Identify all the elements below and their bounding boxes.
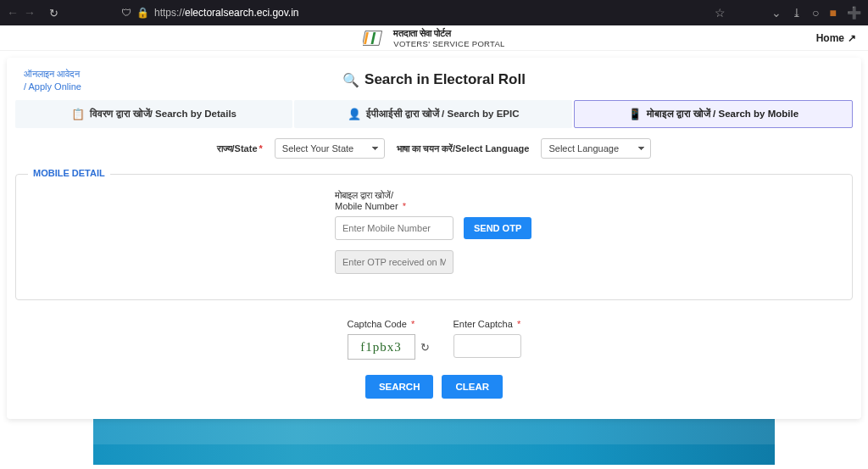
clear-button[interactable]: CLEAR (442, 375, 503, 399)
state-select[interactable]: Select Your State (275, 138, 385, 159)
language-label: भाषा का चयन करें/Select Language (397, 143, 530, 154)
selector-row: राज्य/State* Select Your State भाषा का च… (15, 138, 853, 159)
url-bar[interactable]: 🛡 🔒 https://electoralsearch.eci.gov.in (70, 7, 715, 19)
refresh-captcha-icon[interactable]: ↻ (420, 341, 430, 354)
search-icon: 🔍 (342, 72, 359, 88)
mobile-detail-fieldset: MOBILE DETAIL मोबाइल द्वारा खोजें/ Mobil… (15, 174, 853, 300)
mobile-number-input[interactable] (335, 216, 453, 240)
nav-forward-icon: → (24, 6, 36, 20)
mobile-icon: 📱 (628, 108, 642, 120)
captcha-row: Captcha Code * f1pbx3 ↻ Enter Captcha * (15, 319, 853, 360)
add-tab-icon[interactable]: ➕ (847, 6, 861, 20)
mobile-detail-legend: MOBILE DETAIL (28, 168, 110, 178)
browser-chrome: ← → ↻ 🛡 🔒 https://electoralsearch.eci.go… (0, 0, 868, 25)
shield-icon: 🛡 (121, 7, 131, 19)
epic-icon: 👤 (348, 108, 361, 120)
mobile-label-en: Mobile Number * (335, 201, 835, 211)
nav-back-icon[interactable]: ← (7, 6, 19, 20)
account-icon[interactable]: ○ (812, 6, 819, 20)
site-title-hi: मतदाता सेवा पोर्टल (393, 28, 504, 39)
url-text: https://electoralsearch.eci.gov.in (154, 7, 299, 19)
tab-search-mobile[interactable]: 📱 मोबाइल द्वारा खोजें / Search by Mobile (574, 100, 853, 128)
lock-icon: 🔒 (136, 7, 149, 19)
language-select[interactable]: Select Language (541, 138, 651, 159)
captcha-input[interactable] (453, 334, 521, 358)
main-panel: ऑनलाइन आवेदन / Apply Online 🔍 Search in … (7, 58, 861, 419)
otp-input (335, 250, 453, 274)
state-label: राज्य/State* (217, 143, 263, 154)
tab-search-epic[interactable]: 👤 ईपीआईसी द्वारा खोजें / Search by EPIC (294, 100, 571, 128)
eci-logo-icon (363, 26, 387, 50)
pocket-icon[interactable]: ⌄ (771, 6, 782, 20)
send-otp-button[interactable]: SEND OTP (464, 217, 531, 239)
site-title-en: VOTERS' SERVICE PORTAL (393, 39, 504, 48)
mobile-label-hi: मोबाइल द्वारा खोजें/ (335, 190, 835, 201)
download-icon[interactable]: ⤓ (792, 6, 802, 20)
extension-icon[interactable]: ■ (830, 6, 837, 20)
home-link[interactable]: Home ↗ (816, 32, 856, 44)
external-link-icon: ↗ (848, 32, 856, 44)
reload-icon[interactable]: ↻ (49, 7, 58, 20)
bookmark-star-icon[interactable]: ☆ (715, 6, 726, 20)
enter-captcha-label: Enter Captcha * (453, 319, 521, 329)
action-row: SEARCH CLEAR (15, 375, 853, 399)
captcha-image: f1pbx3 (348, 334, 415, 360)
site-header: मतदाता सेवा पोर्टल VOTERS' SERVICE PORTA… (0, 25, 868, 51)
search-tabs: 📋 विवरण द्वारा खोजें/ Search by Details … (15, 100, 853, 128)
apply-online-link[interactable]: ऑनलाइन आवेदन / Apply Online (24, 68, 81, 94)
captcha-code-label: Captcha Code * (348, 319, 430, 329)
page-title: 🔍 Search in Electoral Roll (15, 71, 853, 88)
search-button[interactable]: SEARCH (365, 375, 434, 399)
tab-search-details[interactable]: 📋 विवरण द्वारा खोजें/ Search by Details (15, 100, 292, 128)
details-icon: 📋 (71, 108, 85, 120)
